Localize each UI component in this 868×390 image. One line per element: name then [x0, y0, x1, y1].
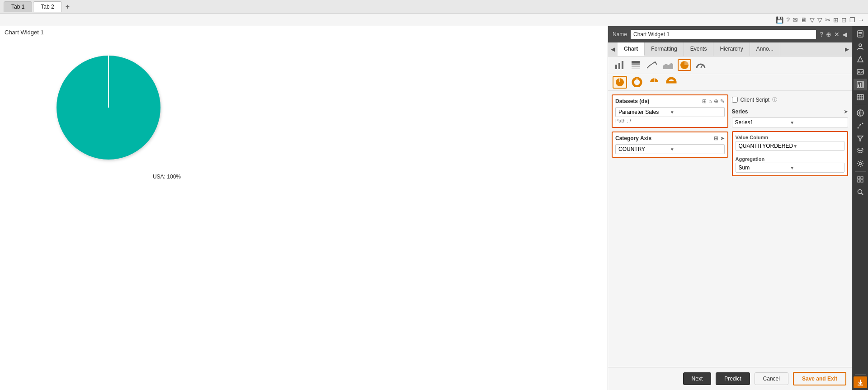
- svg-rect-4: [622, 61, 623, 69]
- grid2-icon[interactable]: ⊡: [841, 16, 847, 23]
- gauge-icon[interactable]: [694, 59, 708, 71]
- panel-close-icon[interactable]: ✕: [834, 31, 840, 38]
- panel-tabs: ◀ Chart Formatting Events Hierarchy Anno…: [608, 42, 852, 56]
- filter1-icon[interactable]: ▽: [810, 16, 815, 23]
- category-axis-title: Category Axis: [615, 135, 651, 141]
- aggregation-label: Aggregation: [736, 156, 845, 162]
- category-axis-section: Category Axis ⊞ ➤ COUNTRY ▼: [612, 132, 728, 158]
- datasets-dropdown[interactable]: Parameter Sales ▼: [615, 107, 725, 117]
- pie-half-donut-subtype-icon[interactable]: [664, 76, 679, 89]
- tab-tab2[interactable]: Tab 2: [33, 1, 61, 12]
- series-send-icon[interactable]: ➤: [844, 108, 848, 115]
- side-search-icon[interactable]: [854, 186, 867, 198]
- save-exit-button[interactable]: Save and Exit: [793, 372, 846, 385]
- grid1-icon[interactable]: ⊞: [833, 16, 839, 23]
- category-axis-send-icon[interactable]: ➤: [720, 135, 725, 141]
- client-script-row: Client Script ⓘ: [732, 94, 849, 105]
- svg-rect-19: [859, 33, 862, 34]
- next-button[interactable]: Next: [683, 372, 712, 385]
- category-axis-settings-icon[interactable]: ⊞: [714, 135, 718, 141]
- tab-tab1[interactable]: Tab 1: [4, 1, 32, 12]
- datasets-section: Datasets (ds) ⊞ ⌂ ⊕ ✎ Parameter Sales ▼ …: [612, 94, 728, 128]
- predict-button[interactable]: Predict: [716, 372, 750, 385]
- bar-chart-icon[interactable]: [613, 59, 626, 71]
- tab-hierarchy[interactable]: Hierarchy: [713, 42, 750, 56]
- tab-anno[interactable]: Anno...: [750, 42, 780, 56]
- pie-full-subtype-icon[interactable]: [613, 76, 627, 89]
- series-dropdown-arrow: ▼: [790, 120, 845, 125]
- category-axis-icons: ⊞ ➤: [714, 135, 725, 141]
- svg-rect-45: [861, 177, 863, 179]
- svg-rect-29: [857, 94, 863, 100]
- pie-chart-type-icon[interactable]: [678, 59, 691, 71]
- category-axis-dropdown[interactable]: COUNTRY ▼: [615, 144, 725, 154]
- panel-tab-arrow-left[interactable]: ◀: [608, 42, 618, 56]
- panel-tab-arrow-right[interactable]: ▶: [842, 42, 852, 56]
- mail-icon[interactable]: ✉: [793, 16, 798, 23]
- side-analytics-icon[interactable]: [854, 120, 867, 132]
- client-script-checkbox[interactable]: [732, 97, 738, 103]
- area-chart-icon[interactable]: [661, 59, 675, 71]
- svg-marker-41: [858, 136, 863, 141]
- datasets-settings-icon[interactable]: ⊞: [702, 98, 707, 104]
- svg-rect-8: [632, 68, 640, 69]
- panel-pin-icon[interactable]: ◀: [842, 31, 847, 38]
- side-user-icon[interactable]: [854, 41, 867, 52]
- tab-formatting[interactable]: Formatting: [645, 42, 684, 56]
- stacked-bar-icon[interactable]: [629, 59, 642, 71]
- svg-line-49: [861, 193, 863, 195]
- datasets-edit-icon[interactable]: ✎: [720, 98, 725, 104]
- side-settings-icon[interactable]: [854, 158, 867, 169]
- svg-point-42: [858, 148, 863, 150]
- datasets-dropdown-arrow: ▼: [670, 110, 722, 115]
- client-script-label: Client Script: [741, 97, 770, 103]
- side-sep2: [855, 171, 866, 172]
- side-datasource-icon[interactable]: [854, 145, 867, 157]
- copy-icon[interactable]: ❐: [849, 16, 855, 23]
- datasets-add-icon[interactable]: ⊕: [714, 98, 718, 104]
- svg-marker-22: [858, 56, 863, 62]
- side-shape-icon[interactable]: [854, 53, 867, 65]
- widget-name-input[interactable]: [631, 30, 816, 39]
- scissors-icon[interactable]: ✂: [825, 16, 830, 23]
- datasets-home-icon[interactable]: ⌂: [708, 98, 712, 104]
- aggregation-dropdown[interactable]: Sum ▼: [736, 163, 845, 173]
- panel-right-column: Client Script ⓘ Series ➤ Series1 ▼: [732, 94, 849, 363]
- value-column-dropdown[interactable]: QUANTITYORDERED ▼: [736, 141, 845, 151]
- pie-donut-subtype-icon[interactable]: [630, 76, 644, 89]
- tab-events[interactable]: Events: [684, 42, 714, 56]
- svg-rect-3: [618, 63, 620, 69]
- series-header: Series ➤: [732, 108, 849, 115]
- side-table-icon[interactable]: [854, 91, 867, 103]
- monitor-icon[interactable]: 🖥: [801, 16, 807, 23]
- pie-subtype-row: [608, 74, 852, 91]
- side-map-icon[interactable]: [854, 107, 867, 119]
- pie-half-subtype-icon[interactable]: [647, 76, 661, 89]
- side-report-icon[interactable]: [854, 28, 867, 40]
- export-icon[interactable]: →: [858, 16, 864, 23]
- side-component-icon[interactable]: [854, 174, 867, 185]
- panel-left-column: Datasets (ds) ⊞ ⌂ ⊕ ✎ Parameter Sales ▼ …: [612, 94, 728, 363]
- client-script-info-icon[interactable]: ⓘ: [772, 96, 777, 103]
- help-icon[interactable]: ?: [786, 16, 790, 23]
- cancel-button[interactable]: Cancel: [755, 372, 788, 385]
- svg-rect-26: [858, 85, 859, 87]
- side-image-icon[interactable]: [854, 66, 867, 78]
- side-toolbar: [852, 26, 868, 390]
- series-dropdown[interactable]: Series1 ▼: [732, 117, 849, 127]
- value-column-group: Value Column QUANTITYORDERED ▼: [736, 135, 845, 151]
- line-chart-icon[interactable]: [645, 59, 659, 71]
- side-chart-icon[interactable]: [854, 79, 867, 90]
- add-tab-button[interactable]: +: [63, 3, 72, 11]
- panel-move-icon[interactable]: ⊕: [826, 31, 831, 38]
- save-icon[interactable]: 💾: [776, 16, 783, 23]
- filter2-icon[interactable]: ▽: [817, 16, 822, 23]
- panel-help-icon[interactable]: ?: [820, 31, 823, 38]
- side-download-icon[interactable]: [854, 376, 867, 388]
- side-filter-icon[interactable]: [854, 132, 867, 144]
- value-column-dropdown-arrow: ▼: [793, 144, 841, 149]
- pie-chart-svg: [36, 49, 181, 166]
- svg-rect-44: [858, 177, 860, 179]
- tab-chart[interactable]: Chart: [618, 42, 645, 56]
- panel-header-icons: ? ⊕ ✕ ◀: [820, 31, 847, 38]
